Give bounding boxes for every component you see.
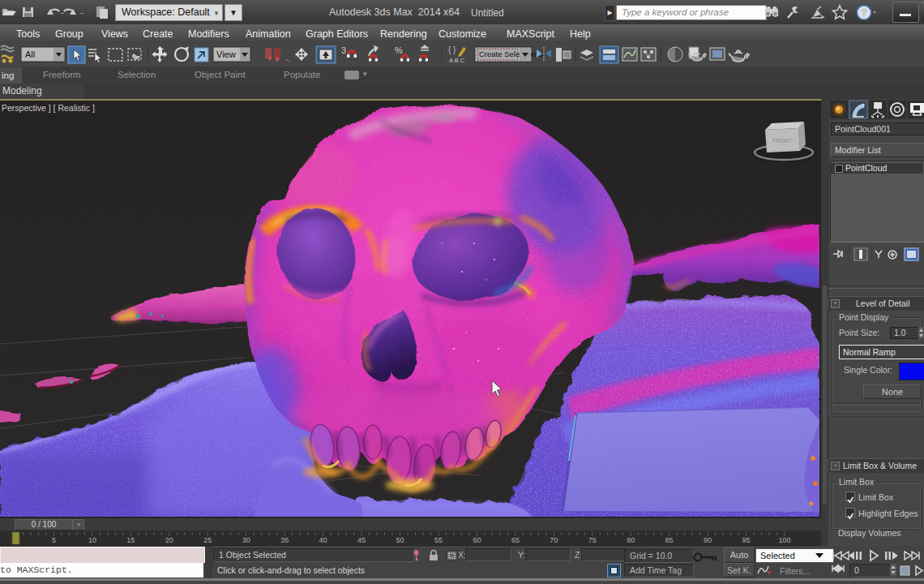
svg-text:{ }: { } [448,45,456,54]
svg-text:Perspective ] [ Realistic ]: Perspective ] [ Realistic ] [2,103,95,113]
svg-text:A B C: A B C [449,57,465,64]
svg-text:55: 55 [434,536,443,544]
svg-text:30: 30 [242,536,250,544]
svg-text:Create Selection S: Create Selection S [479,49,543,58]
svg-text:All: All [25,49,35,59]
svg-text:15: 15 [126,536,135,544]
svg-text:95: 95 [742,536,751,544]
svg-text:100: 100 [778,536,790,544]
svg-text:%: % [395,45,403,55]
svg-text:75: 75 [588,536,597,544]
svg-text:35: 35 [280,536,289,544]
svg-text:20: 20 [165,536,173,544]
svg-text:65: 65 [511,536,520,544]
svg-text:5: 5 [52,536,56,544]
svg-text:View: View [216,49,236,59]
svg-text:70: 70 [550,536,558,544]
svg-text:50: 50 [396,536,404,544]
svg-text:45: 45 [357,536,366,544]
svg-text:80: 80 [627,536,635,544]
svg-text:60: 60 [473,536,481,544]
svg-text:25: 25 [203,536,212,544]
svg-text:85: 85 [665,536,674,544]
svg-text:3: 3 [341,45,346,55]
svg-text:10: 10 [88,536,96,544]
svg-text:?: ? [861,6,867,19]
svg-text:FRONT: FRONT [772,138,793,144]
svg-text:40: 40 [319,536,327,544]
svg-text:90: 90 [704,536,712,544]
